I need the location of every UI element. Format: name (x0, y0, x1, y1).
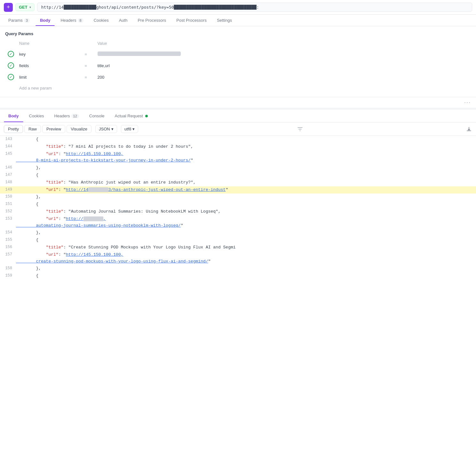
res-tab-actual-request[interactable]: Actual Request (110, 110, 153, 122)
encoding-selector[interactable]: utf8 ▾ (121, 125, 139, 133)
code-line: 150 }, (0, 193, 476, 201)
fmt-tab-preview[interactable]: Preview (42, 125, 65, 133)
res-tab-body[interactable]: Body (4, 110, 23, 122)
code-line: 143 { (0, 136, 476, 143)
code-line: 153 "url": "http://████████, automating-… (0, 215, 476, 230)
tab-params[interactable]: Params3 (4, 15, 34, 26)
code-area: 143 { 144 "title": "7 mini AI projects t… (0, 136, 476, 280)
line-number: 150 (0, 193, 16, 200)
line-content: "title": "Has Anthropic just wiped out a… (16, 179, 476, 186)
line-content: { (16, 272, 476, 280)
top-bar: + GET ▾ http://14█████████████ghost/api/… (0, 0, 476, 15)
param-name: limit (19, 75, 27, 80)
url-input[interactable]: http://14█████████████ghost/api/content/… (37, 3, 472, 12)
line-content: }, (16, 164, 476, 172)
code-line: 149 "url": "http://14████████3/has-anthr… (0, 186, 476, 194)
filter-icon[interactable] (297, 126, 303, 132)
tab-settings[interactable]: Settings (212, 15, 236, 26)
line-number: 145 (0, 151, 16, 157)
param-value: title,url (98, 63, 110, 68)
code-line: 146 }, (0, 164, 476, 172)
response-section: Body Cookies Headers12 Console Actual Re… (0, 108, 476, 280)
green-dot-icon (145, 115, 148, 117)
res-tab-console[interactable]: Console (85, 110, 109, 122)
code-line: 157 "url": "http://145.150.100.100, crea… (0, 251, 476, 265)
params-badge: 3 (24, 18, 30, 23)
res-tab-headers[interactable]: Headers12 (50, 110, 83, 122)
line-content: "title": "7 mini AI projects to do today… (16, 143, 476, 151)
add-param-placeholder: Add a new param (19, 86, 52, 90)
line-content: { (16, 172, 476, 179)
code-line: 154 }, (0, 229, 476, 237)
fmt-tab-visualize[interactable]: Visualize (67, 125, 91, 133)
name-col-header: Name (17, 40, 82, 48)
method-selector[interactable]: GET ▾ (15, 3, 35, 11)
method-label: GET (19, 5, 28, 10)
fmt-tab-raw[interactable]: Raw (24, 125, 41, 133)
table-row: ✓ fields = title,url (5, 60, 471, 71)
tab-auth[interactable]: Auth (115, 15, 132, 26)
equals-sign: = (85, 75, 87, 80)
param-value: 200 (98, 75, 105, 80)
res-tab-cookies[interactable]: Cookies (25, 110, 49, 122)
line-number: 143 (0, 136, 16, 143)
equals-sign: = (85, 63, 87, 68)
code-line: 151 { (0, 201, 476, 208)
response-tabs: Body Cookies Headers12 Console Actual Re… (0, 110, 476, 122)
enabled-icon[interactable]: ✓ (8, 51, 14, 57)
params-table: Name Value ✓ key = ✓ fields = title,url … (5, 40, 471, 93)
request-tabs: Params3 Body Headers8 Cookies Auth Pre P… (0, 15, 476, 26)
line-content: "title": "Automating Journal Summaries: … (16, 208, 476, 215)
line-content: { (16, 201, 476, 208)
query-params-title: Query Params (5, 31, 471, 36)
code-line: 144 "title": "7 mini AI projects to do t… (0, 143, 476, 151)
enabled-icon[interactable]: ✓ (8, 74, 14, 80)
line-content: "url": "http://145.150.100.100, create-s… (16, 251, 476, 265)
line-number: 149 (0, 186, 16, 193)
enabled-icon[interactable]: ✓ (8, 62, 14, 69)
table-row: ✓ key = (5, 48, 471, 60)
line-content: }, (16, 193, 476, 201)
line-number: 152 (0, 208, 16, 215)
format-bar: Pretty Raw Preview Visualize JSON ▾ utf8… (0, 122, 476, 136)
param-name: fields (19, 63, 29, 68)
code-line: 155 { (0, 237, 476, 244)
download-icon[interactable] (466, 126, 472, 132)
add-button[interactable]: + (4, 3, 13, 12)
format-selector[interactable]: JSON ▾ (95, 125, 117, 133)
line-number: 156 (0, 244, 16, 251)
code-line: 147 { (0, 172, 476, 179)
line-number: 153 (0, 215, 16, 222)
line-number: 154 (0, 229, 16, 236)
line-content: "url": "http://████████, automating-jour… (16, 215, 476, 230)
line-number: 148 (0, 179, 16, 186)
add-param-row[interactable]: Add a new param (5, 83, 471, 93)
param-name: key (19, 52, 26, 57)
fmt-tab-pretty[interactable]: Pretty (4, 125, 23, 133)
line-content: }, (16, 229, 476, 237)
line-number: 151 (0, 201, 16, 208)
chevron-down-icon: ▾ (111, 127, 114, 131)
tab-post-processors[interactable]: Post Processors (172, 15, 211, 26)
line-content: { (16, 237, 476, 244)
tab-headers[interactable]: Headers8 (56, 15, 88, 26)
tab-pre-processors[interactable]: Pre Processors (133, 15, 171, 26)
chevron-down-icon: ▾ (132, 127, 135, 131)
code-line: 152 "title": "Automating Journal Summari… (0, 208, 476, 215)
line-number: 158 (0, 265, 16, 272)
tab-cookies[interactable]: Cookies (89, 15, 113, 26)
code-line: 145 "url": "http://145.150.100.100, 8-mi… (0, 151, 476, 165)
line-number: 147 (0, 172, 16, 178)
more-dots[interactable]: ··· (0, 97, 476, 108)
chevron-down-icon: ▾ (29, 5, 31, 9)
table-row: ✓ limit = 200 (5, 71, 471, 83)
tab-body[interactable]: Body (36, 15, 55, 26)
line-content: }, (16, 265, 476, 272)
code-line: 148 "title": "Has Anthropic just wiped o… (0, 179, 476, 186)
line-number: 146 (0, 164, 16, 171)
res-headers-badge: 12 (71, 114, 79, 118)
line-number: 157 (0, 251, 16, 258)
param-value-blurred (98, 51, 181, 56)
line-number: 159 (0, 272, 16, 279)
equals-sign: = (85, 52, 87, 57)
